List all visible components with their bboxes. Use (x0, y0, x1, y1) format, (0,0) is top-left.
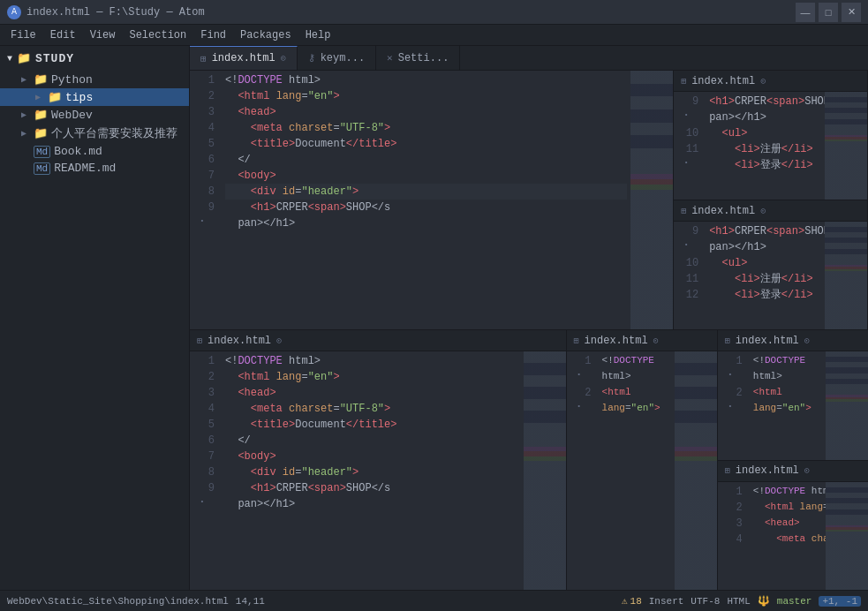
menu-view[interactable]: View (83, 27, 123, 43)
titlebar: A index.html — F:\Study — Atom — □ ✕ (0, 0, 868, 25)
pane-bottom-right: ⊞ index.html ⊙ 1•2• <!DOCTYPE html> < (718, 330, 868, 590)
sidebar-item-personal[interactable]: ▶ 📁 个人平台需要安装及推荐 (0, 124, 189, 143)
line-numbers-tr-lower: 9•101112 (674, 222, 706, 329)
bookmd-label: Book.md (54, 145, 102, 158)
keym-icon: ⚷ (308, 52, 315, 64)
code-area-top-left[interactable]: 12345 6789• <!DOCTYPE html> <html lang="… (190, 71, 673, 329)
line-numbers-tr-upper: 9•1011• (674, 92, 706, 200)
tips-label: tips (65, 91, 93, 104)
pane-tab-bar-bottom-left: ⊞ index.html ⊙ (190, 330, 566, 351)
warning-count: 18 (630, 596, 642, 607)
minimap-tr-upper (825, 92, 867, 200)
bottom-row: ⊞ index.html ⊙ 12345 6789• <!DOCTYPE htm… (190, 330, 868, 590)
pane-tab-label-bottom-middle: index.html (585, 335, 648, 347)
titlebar-title: index.html — F:\Study — Atom (26, 6, 205, 19)
statusbar-path: WebDev\Static_Site\Shopping\index.html (7, 596, 229, 607)
code-content-tr-lower: <h1>CRPER<span>SHOP</s pan></h1> <ul> <l… (706, 222, 825, 329)
minimize-button[interactable]: — (796, 3, 815, 22)
code-area-br-upper[interactable]: 1•2• <!DOCTYPE html> <html lang="en"> (718, 351, 868, 460)
menu-edit[interactable]: Edit (43, 27, 83, 43)
menu-packages[interactable]: Packages (233, 27, 298, 43)
app-icon: A (7, 5, 21, 19)
pane-bottom-left: ⊞ index.html ⊙ 12345 6789• <!DOCTYPE htm… (190, 330, 567, 590)
minimap-bottom-left (524, 351, 566, 590)
tab-settings[interactable]: ✕ Setti... (376, 46, 460, 70)
personal-folder-icon: 📁 (34, 126, 48, 140)
statusbar-position: 14,11 (236, 596, 265, 607)
sidebar-item-tips[interactable]: ▶ 📁 tips (0, 88, 189, 106)
pane-tab-label-top-right2: index.html (691, 205, 755, 217)
code-area-bottom-middle[interactable]: 1•2• <!DOCTYPE html> <html lang="en"> (567, 351, 717, 590)
top-row: 12345 6789• <!DOCTYPE html> <html lang="… (190, 71, 868, 330)
line-numbers-bottom-middle: 1•2• (567, 351, 599, 590)
webdev-label: WebDev (51, 109, 93, 122)
code-content-tr-upper: <h1>CRPER<span>SHOP</s pan></h1> <ul> <l… (706, 92, 825, 200)
settings-icon: ✕ (387, 52, 393, 64)
pane-tab-label-top-right: index.html (691, 75, 755, 87)
sidebar-item-python[interactable]: ▶ 📁 Python (0, 71, 189, 88)
maximize-button[interactable]: □ (819, 3, 838, 22)
pane-html-icon2: ⊞ (681, 206, 686, 216)
line-numbers-br-lower: 1234 (718, 482, 750, 591)
pane-git-icon-top-right2: ⊙ (760, 206, 766, 216)
main-layout: ▼ 📁 Study ▶ 📁 Python ▶ 📁 tips ▶ 📁 WebDev (0, 46, 868, 590)
pane-git-icon-top-right: ⊙ (760, 76, 766, 87)
code-area-bottom-left[interactable]: 12345 6789• <!DOCTYPE html> <html lang="… (190, 351, 566, 590)
tab-index-label: index.html (212, 52, 275, 64)
html-icon: ⊞ (200, 53, 207, 64)
tab-index-html[interactable]: ⊞ index.html ⊙ (190, 46, 298, 70)
bru-git-icon: ⊙ (804, 336, 810, 346)
line-numbers-br-upper: 1•2• (718, 351, 750, 460)
sidebar-item-readmemd[interactable]: Md README.md (0, 160, 189, 177)
bm-git-icon: ⊙ (653, 336, 659, 346)
python-label: Python (51, 73, 93, 87)
minimap-br-lower (826, 482, 868, 591)
minimap-tr-lower (825, 222, 867, 329)
sidebar-root-label: Study (35, 52, 74, 65)
pane-br-lower: ⊞ index.html ⊙ 1234 <!DOCTYPE html> <htm… (718, 461, 868, 591)
readmemd-label: README.md (54, 162, 116, 175)
code-content-br-upper: <!DOCTYPE html> <html lang="en"> (750, 351, 826, 460)
menu-find[interactable]: Find (193, 27, 233, 43)
statusbar-branch: master (777, 596, 812, 607)
bookmd-type-icon: Md (34, 146, 50, 158)
sidebar: ▼ 📁 Study ▶ 📁 Python ▶ 📁 tips ▶ 📁 WebDev (0, 46, 190, 590)
code-area-top-right-lower[interactable]: 9•101112 <h1>CRPER<span>SHOP</s pan></h1… (674, 222, 867, 329)
pane-bottom-middle: ⊞ index.html ⊙ 1•2• <!DOCTYPE html> <htm… (567, 330, 718, 590)
statusbar-git-icon: 🔱 (758, 595, 770, 607)
sidebar-item-webdev[interactable]: ▶ 📁 WebDev (0, 106, 189, 124)
pane-tab-label-bottom-left: index.html (208, 335, 271, 347)
pane-html-icon: ⊞ (681, 76, 686, 87)
code-area-top-right-upper[interactable]: 9•1011• <h1>CRPER<span>SHOP</s pan></h1>… (674, 92, 867, 200)
tab-settings-label: Setti... (398, 52, 449, 64)
titlebar-controls: — □ ✕ (796, 3, 861, 22)
personal-label: 个人平台需要安装及推荐 (51, 125, 177, 141)
personal-arrow: ▶ (21, 128, 32, 139)
tab-bar: ⊞ index.html ⊙ ⚷ keym... ✕ Setti... (190, 46, 868, 71)
menu-file[interactable]: File (4, 27, 43, 43)
pane-tab-bar-br-lower: ⊞ index.html ⊙ (718, 461, 868, 482)
code-area-br-lower[interactable]: 1234 <!DOCTYPE html> <html lang="en"> <h… (718, 482, 868, 591)
minimap-br-upper (826, 351, 868, 460)
code-content-bottom-middle: <!DOCTYPE html> <html lang="en"> (599, 351, 675, 590)
editor-splits: 12345 6789• <!DOCTYPE html> <html lang="… (190, 71, 868, 590)
code-content-br-lower: <!DOCTYPE html> <html lang="en"> <head> … (750, 482, 826, 591)
tab-keym[interactable]: ⚷ keym... (298, 46, 376, 70)
line-numbers-bottom-left: 12345 6789• (190, 351, 222, 590)
tips-folder-icon: 📁 (48, 90, 62, 104)
bl-html-icon: ⊞ (197, 336, 202, 346)
webdev-arrow: ▶ (21, 109, 32, 120)
menu-help[interactable]: Help (298, 27, 338, 43)
menu-selection[interactable]: Selection (122, 27, 193, 43)
webdev-folder-icon: 📁 (34, 108, 48, 122)
sidebar-item-bookmd[interactable]: Md Book.md (0, 143, 189, 160)
brl-html-icon: ⊞ (725, 465, 730, 476)
close-button[interactable]: ✕ (842, 3, 861, 22)
pane-top-right: ⊞ index.html ⊙ 9•1011• <h1>CRPER<span>SH… (674, 71, 868, 329)
warning-icon: ⚠ (622, 595, 628, 607)
bm-html-icon: ⊞ (574, 336, 579, 346)
titlebar-left: A index.html — F:\Study — Atom (7, 5, 205, 19)
pane-tab-bar-top-right2: ⊞ index.html ⊙ (674, 200, 867, 222)
pane-br-upper: ⊞ index.html ⊙ 1•2• <!DOCTYPE html> < (718, 330, 868, 461)
git-icon-1: ⊙ (281, 53, 286, 64)
